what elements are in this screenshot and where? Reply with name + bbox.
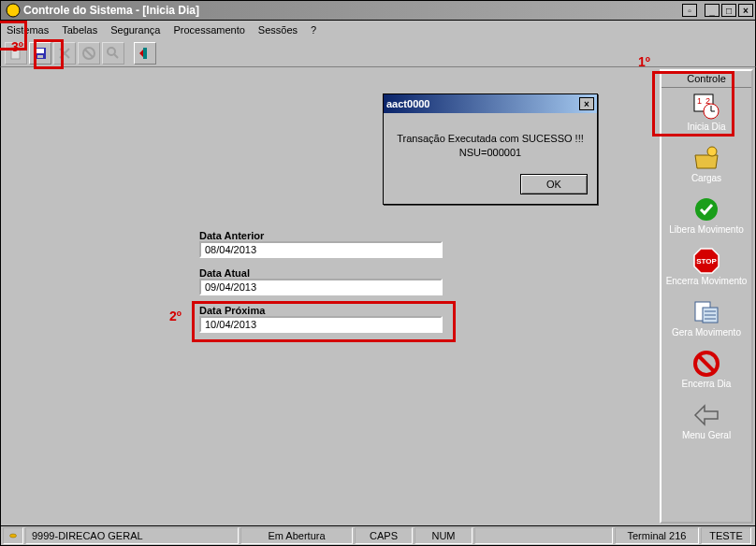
- data-atual-label: Data Atual: [199, 267, 452, 279]
- cancel-button[interactable]: [78, 42, 100, 65]
- side-item-cargas[interactable]: Cargas: [662, 139, 751, 191]
- minimize-button[interactable]: _: [705, 4, 720, 17]
- side-item-encerra-movimento[interactable]: STOP Encerra Movimento: [662, 242, 751, 294]
- side-item-label: Gera Movimento: [662, 327, 751, 338]
- menu-processamento[interactable]: Processamento: [173, 24, 244, 36]
- side-panel-header: Controle: [662, 71, 751, 88]
- side-item-label: Encerra Movimento: [662, 276, 751, 286]
- no-entry-icon: [693, 351, 720, 377]
- menu-sistemas[interactable]: Sistemas: [7, 24, 49, 36]
- new-button[interactable]: [5, 42, 27, 65]
- svg-rect-4: [37, 55, 43, 58]
- status-mode: Em Abertura: [240, 527, 353, 544]
- data-anterior-label: Data Anterior: [199, 230, 452, 241]
- dialog-close-button[interactable]: ×: [579, 97, 594, 110]
- window-title: Controle do Sistema - [Inicia Dia]: [23, 4, 680, 17]
- exit-button[interactable]: [134, 42, 156, 65]
- arrow-left-icon: [693, 404, 720, 426]
- exit-icon: [138, 46, 153, 61]
- status-icon: [9, 530, 17, 541]
- search-button[interactable]: [102, 42, 124, 65]
- svg-text:1: 1: [697, 96, 702, 106]
- message-dialog: aact0000 × Transação Executada com SUCES…: [383, 93, 598, 205]
- svg-point-19: [10, 534, 17, 538]
- check-circle-icon: [693, 196, 720, 223]
- close-button[interactable]: ×: [738, 4, 753, 17]
- svg-rect-7: [143, 48, 147, 59]
- side-item-label: Libera Movimento: [662, 224, 751, 235]
- maximize-button[interactable]: □: [721, 4, 736, 17]
- data-atual-input[interactable]: 09/04/2013: [199, 279, 443, 295]
- side-item-libera-movimento[interactable]: Libera Movimento: [662, 191, 751, 242]
- svg-point-12: [707, 147, 717, 156]
- svg-text:STOP: STOP: [696, 257, 717, 266]
- menu-seguranca[interactable]: Segurança: [110, 24, 160, 36]
- status-terminal: Terminal 216: [615, 527, 699, 544]
- toolbar: [0, 39, 756, 67]
- data-anterior-input[interactable]: 08/04/2013: [199, 241, 443, 258]
- side-item-label: Inicia Dia: [662, 122, 751, 132]
- status-num: NUM: [414, 527, 472, 544]
- data-proxima-input[interactable]: 10/04/2013: [199, 316, 443, 333]
- side-panel: Controle 12 Inicia Dia Cargas Libera Mov…: [660, 69, 753, 524]
- status-caps: CAPS: [355, 527, 413, 544]
- side-item-label: Menu Geral: [662, 430, 751, 440]
- menu-sessoes[interactable]: Sessões: [258, 24, 298, 36]
- status-env: TESTE: [701, 527, 751, 544]
- workarea: Data Anterior 08/04/2013 Data Atual 09/0…: [1, 67, 660, 525]
- menubar: Sistemas Tabelas Segurança Processamento…: [0, 21, 756, 39]
- annotation-label-2: 2º: [169, 309, 182, 323]
- save-button[interactable]: [29, 42, 51, 65]
- delete-button[interactable]: [53, 42, 76, 65]
- restore-child-button[interactable]: ▫: [682, 4, 697, 17]
- statusbar: 9999-DIRECAO GERAL Em Abertura CAPS NUM …: [0, 525, 756, 546]
- side-item-gera-movimento[interactable]: Gera Movimento: [662, 294, 751, 345]
- search-icon: [106, 46, 121, 61]
- side-item-menu-geral[interactable]: Menu Geral: [662, 396, 751, 448]
- side-item-label: Cargas: [662, 173, 751, 183]
- svg-rect-1: [11, 48, 20, 59]
- dialog-message-line2: NSU=000001: [391, 146, 589, 160]
- report-icon: [693, 300, 720, 324]
- svg-rect-3: [36, 49, 44, 53]
- data-proxima-label: Data Próxima: [199, 305, 452, 316]
- cancel-icon: [81, 46, 96, 61]
- dialog-message-line1: Transação Executada com SUCESSO !!!: [391, 132, 589, 146]
- side-item-label: Encerra Dia: [662, 379, 751, 389]
- stop-sign-icon: STOP: [692, 247, 720, 275]
- new-icon: [8, 46, 23, 61]
- app-icon: [6, 3, 21, 18]
- delete-icon: [57, 46, 72, 61]
- dialog-title: aact0000: [386, 98, 577, 109]
- svg-point-6: [108, 48, 115, 55]
- svg-point-0: [7, 4, 20, 17]
- dialog-ok-button[interactable]: OK: [520, 174, 588, 194]
- titlebar: Controle do Sistema - [Inicia Dia] ▫ _ □…: [0, 0, 756, 21]
- menu-help[interactable]: ?: [311, 24, 316, 36]
- menu-tabelas[interactable]: Tabelas: [62, 24, 97, 36]
- save-icon: [33, 46, 48, 61]
- side-item-encerra-dia[interactable]: Encerra Dia: [662, 345, 751, 396]
- calendar-clock-icon: 12: [692, 93, 720, 121]
- side-item-inicia-dia[interactable]: 12 Inicia Dia: [662, 88, 751, 139]
- status-org: 9999-DIRECAO GERAL: [25, 527, 239, 544]
- folder-gear-icon: [693, 146, 720, 170]
